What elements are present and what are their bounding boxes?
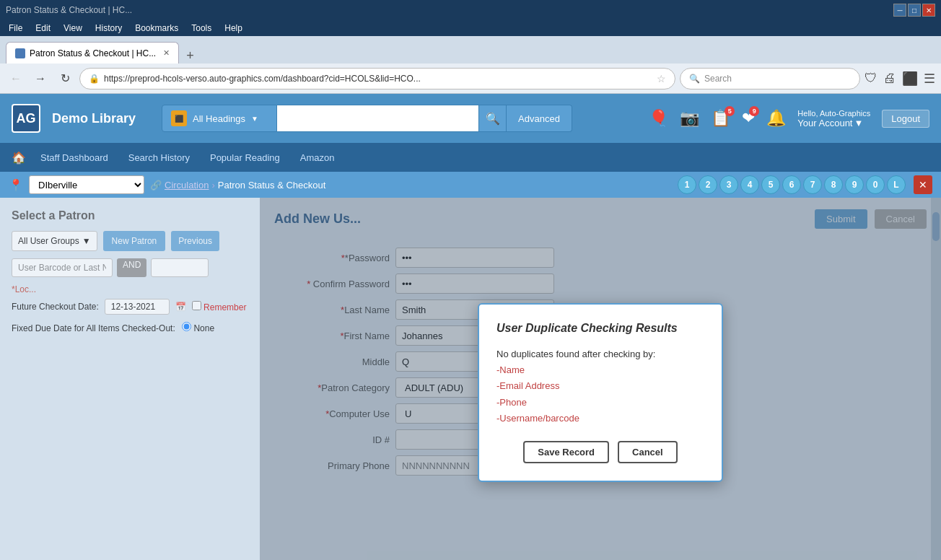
tab-title: Patron Status & Checkout | HC... [30,48,156,58]
url-text: https://preprod-hcols-verso.auto-graphic… [104,74,652,84]
notifications-icon[interactable]: 🔔 [766,109,786,128]
patron-search-input-2[interactable] [151,258,209,277]
home-icon[interactable]: 🏠 [12,151,26,165]
future-checkout-date[interactable] [105,299,170,315]
modal-actions: Save Record Cancel [496,441,704,463]
menu-icon[interactable]: ☰ [924,71,935,87]
and-badge: AND [117,258,146,277]
refresh-button[interactable]: ↻ [55,69,75,89]
modal-message-line1: No duplicates found after checking by: [496,346,704,362]
add-user-panel: Add New Us... Submit Cancel **Password *… [260,198,941,560]
search-input[interactable] [277,105,479,132]
modal-title: User Duplicate Checking Results [496,322,704,335]
browser-title: Patron Status & Checkout | HC... [6,5,132,15]
alpha-2[interactable]: 2 [699,175,717,194]
search-section: ⬛ All Headings ▼ 🔍 Advanced [162,105,572,132]
breadcrumb-icon: 🔗 [150,180,162,191]
apps-icon[interactable]: ⬛ [902,71,918,87]
alpha-6[interactable]: 6 [782,175,801,194]
address-bar[interactable]: 🔒 https://preprod-hcols-verso.auto-graph… [79,68,675,89]
bookmark-icon[interactable]: ☆ [657,73,666,84]
modal-check-phone: -Phone [496,395,704,411]
alpha-1[interactable]: 1 [678,175,696,194]
location-select[interactable]: DIberville [29,175,144,194]
remember-checkbox[interactable] [192,301,201,310]
shield-icon: 🔒 [89,74,100,84]
select-patron-panel: Select a Patron All User Groups ▼ New Pa… [0,198,260,560]
alpha-3[interactable]: 3 [719,175,738,194]
fixed-due-label: Fixed Due Date for All Items Checked-Out… [12,323,175,333]
nav-amazon[interactable]: Amazon [292,148,343,167]
logout-button[interactable]: Logout [882,110,929,128]
menu-tools[interactable]: Tools [185,22,217,35]
modal-overlay: User Duplicate Checking Results No dupli… [260,198,941,560]
hot-air-balloon-icon[interactable]: 🎈 [649,109,668,128]
alpha-8[interactable]: 8 [824,175,843,194]
camera-icon[interactable]: 📷 [680,109,699,128]
menu-bookmarks[interactable]: Bookmarks [129,22,184,35]
search-button[interactable]: 🔍 [479,105,507,132]
favorites-icon[interactable]: ❤ 9 [742,109,755,128]
back-button[interactable]: ← [6,69,26,89]
list-badge: 5 [725,106,735,116]
modal-check-name: -Name [496,362,704,378]
account-button[interactable]: Your Account ▼ [797,118,870,128]
alpha-9[interactable]: 9 [845,175,864,194]
patron-search-row: AND [12,258,248,277]
duplicate-check-modal: User Duplicate Checking Results No dupli… [478,303,723,481]
close-location-button[interactable]: ✕ [914,175,932,194]
nav-staff-dashboard[interactable]: Staff Dashboard [32,148,117,167]
header-right: 🎈 📷 📋 5 ❤ 9 🔔 Hello, Auto-Graphics Your … [649,109,929,128]
browser-search-bar[interactable]: 🔍 Search [680,68,860,89]
menu-file[interactable]: File [3,22,28,35]
close-button[interactable]: ✕ [922,4,935,17]
checkout-error-label: *Loc... [12,284,248,294]
menu-view[interactable]: View [58,22,88,35]
previous-button[interactable]: Previous [171,231,219,251]
patron-search-input[interactable] [12,258,113,277]
alpha-7[interactable]: 7 [803,175,822,194]
modal-body: No duplicates found after checking by: -… [496,346,704,426]
extensions-icon[interactable]: 🛡 [865,71,877,86]
nav-popular-reading[interactable]: Popular Reading [201,148,289,167]
list-icon[interactable]: 📋 5 [711,109,730,128]
advanced-search-button[interactable]: Advanced [507,105,572,132]
modal-cancel-button[interactable]: Cancel [618,441,678,463]
location-bar: 📍 DIberville 🔗 Circulation › Patron Stat… [0,172,941,198]
new-tab-button[interactable]: + [180,48,200,64]
alpha-5[interactable]: 5 [761,175,780,194]
location-pin-icon: 📍 [9,178,23,192]
app-header: AG Demo Library ⬛ All Headings ▼ 🔍 Advan… [0,94,941,143]
menu-history[interactable]: History [89,22,128,35]
hello-text: Hello, Auto-Graphics [797,109,870,118]
none-radio[interactable] [182,322,191,331]
save-record-button[interactable]: Save Record [523,441,609,463]
heading-dropdown-label: All Headings [193,113,245,124]
menu-edit[interactable]: Edit [30,22,56,35]
future-checkout-label: Future Checkout Date: [12,302,99,312]
tab-bar: Patron Status & Checkout | HC... ✕ + [0,36,941,64]
advanced-label: Advanced [518,113,560,124]
heading-dropdown[interactable]: ⬛ All Headings ▼ [162,105,277,132]
tab-close-button[interactable]: ✕ [163,48,170,58]
chevron-down-icon: ▼ [251,115,258,123]
browser-tab-active[interactable]: Patron Status & Checkout | HC... ✕ [6,42,179,64]
calendar-icon[interactable]: 📅 [175,302,186,312]
new-patron-button[interactable]: New Patron [103,231,166,251]
menu-help[interactable]: Help [219,22,248,35]
alpha-0[interactable]: 0 [866,175,885,194]
account-section: Hello, Auto-Graphics Your Account ▼ [797,109,870,128]
modal-check-username: -Username/barcode [496,411,704,426]
future-checkout-row: Future Checkout Date: 📅 Remember [12,299,248,315]
alpha-4[interactable]: 4 [740,175,759,194]
nav-search-history[interactable]: Search History [120,148,198,167]
breadcrumb-circulation[interactable]: Circulation [165,180,209,191]
library-logo: AG [12,104,40,133]
user-groups-label: All User Groups [18,236,79,246]
alpha-L[interactable]: L [887,175,906,194]
minimize-button[interactable]: ─ [893,4,906,17]
print-icon[interactable]: 🖨 [883,71,896,86]
forward-button[interactable]: → [30,69,51,89]
user-groups-dropdown[interactable]: All User Groups ▼ [12,231,97,251]
maximize-button[interactable]: □ [908,4,921,17]
